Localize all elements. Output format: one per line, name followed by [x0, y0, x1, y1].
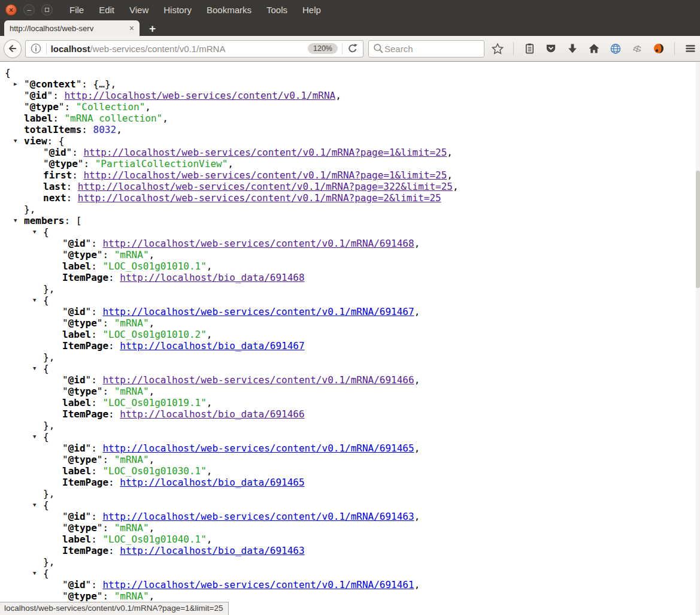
json-link[interactable]: http://localhost/web-services/content/v0…	[102, 511, 414, 522]
json-line: "@type": "Collection",	[0, 101, 700, 113]
home-button[interactable]	[588, 43, 600, 54]
site-info-icon[interactable]	[30, 43, 42, 54]
menu-history[interactable]: History	[163, 5, 192, 15]
json-link[interactable]: http://localhost/web-services/content/v0…	[83, 169, 447, 181]
json-link[interactable]: http://localhost/web-services/content/v0…	[83, 147, 447, 158]
menu-bookmarks[interactable]: Bookmarks	[207, 5, 251, 15]
json-token: ,	[111, 78, 117, 90]
json-link[interactable]: http://localhost/web-services/content/v0…	[78, 192, 441, 204]
globe-addon-button[interactable]	[610, 43, 622, 54]
json-token: ,	[228, 158, 234, 169]
menu-view[interactable]: View	[129, 5, 149, 15]
reload-icon[interactable]	[347, 43, 359, 54]
json-line: },	[0, 488, 700, 499]
json-link[interactable]: http://localhost/web-services/content/v0…	[102, 374, 414, 386]
json-token: @type	[68, 317, 97, 329]
window-maximize-button[interactable]	[41, 4, 53, 16]
expand-toggle-icon[interactable]: ▶	[14, 78, 17, 90]
json-token: },	[43, 420, 54, 431]
url-text[interactable]: localhost/web-services/content/v0.1/mRNA	[51, 44, 308, 54]
json-line: {	[0, 67, 700, 78]
url-bar[interactable]: localhost/web-services/content/v0.1/mRNA…	[25, 40, 363, 57]
json-line: },	[0, 352, 700, 363]
json-link[interactable]: http://localhost/web-services/content/v0…	[102, 443, 414, 454]
collapse-toggle-icon[interactable]: ▼	[33, 363, 36, 374]
json-token: @id	[68, 579, 86, 590]
scrollbar-thumb[interactable]	[696, 171, 700, 288]
json-link[interactable]: http://localhost/web-services/content/v0…	[64, 90, 335, 101]
json-token: "	[62, 522, 68, 534]
collapse-toggle-icon[interactable]: ▼	[33, 431, 36, 443]
json-link[interactable]: http://localhost/bio_data/691463	[120, 545, 304, 556]
json-line: "@id": http://localhost/web-services/con…	[0, 90, 700, 101]
collapse-toggle-icon[interactable]: ▼	[33, 568, 36, 579]
json-line: "@type": "mRNA",	[0, 454, 700, 465]
window-minimize-button[interactable]: –	[23, 4, 35, 16]
json-token: },	[43, 283, 54, 295]
titlebar: × – File Edit View History Bookmarks Too…	[0, 0, 700, 20]
json-token: {	[43, 226, 49, 238]
collapse-toggle-icon[interactable]: ▼	[14, 135, 17, 147]
zoom-level-badge[interactable]: 120%	[308, 43, 338, 54]
json-token: :	[108, 477, 120, 488]
json-link[interactable]: http://localhost/bio_data/691465	[120, 477, 304, 488]
json-line: ▼{	[0, 226, 700, 238]
tab-close-icon[interactable]: ×	[129, 23, 134, 33]
tab-active[interactable]: http://localhost/web-serv ×	[4, 20, 140, 36]
collapse-toggle-icon[interactable]: ▼	[33, 295, 36, 306]
json-token: ":	[86, 306, 103, 317]
back-button[interactable]	[4, 40, 22, 58]
json-line: "@type": "mRNA",	[0, 249, 700, 260]
json-token: :	[81, 124, 93, 135]
menu-help[interactable]: Help	[302, 5, 321, 15]
json-token: members	[24, 215, 64, 226]
json-token: "LOC_Os01g01010.2"	[102, 329, 206, 340]
window-close-button[interactable]: ×	[5, 4, 17, 16]
menu-tools[interactable]: Tools	[266, 5, 287, 15]
json-token: :	[91, 534, 102, 545]
json-token: ,	[149, 454, 155, 465]
bookmark-star-button[interactable]	[492, 43, 504, 54]
json-token: :	[91, 260, 102, 272]
json-line: "@type": "mRNA",	[0, 522, 700, 534]
json-token: ":	[97, 454, 114, 465]
json-token: : {	[47, 135, 65, 147]
menu-edit[interactable]: Edit	[99, 5, 114, 15]
tab-title: http://localhost/web-serv	[10, 24, 127, 33]
collapse-toggle-icon[interactable]: ▼	[33, 226, 36, 238]
collapse-toggle-icon[interactable]: ▼	[33, 499, 36, 511]
json-link[interactable]: http://localhost/bio_data/691466	[120, 408, 304, 420]
clipboard-list-button[interactable]	[523, 43, 535, 54]
scrollbar-track[interactable]	[696, 62, 700, 615]
urlbar-divider	[342, 43, 343, 54]
json-token: {	[43, 499, 49, 511]
pocket-button[interactable]	[545, 43, 557, 54]
json-link[interactable]: http://localhost/bio_data/691467	[120, 340, 304, 352]
json-token: :	[53, 113, 64, 124]
json-line: ▼{	[0, 568, 700, 579]
json-token: @type	[30, 101, 59, 113]
json-link[interactable]: http://localhost/bio_data/691468	[120, 272, 304, 283]
json-line: label: "LOC_Os01g01040.1",	[0, 534, 700, 545]
menu-button[interactable]	[684, 43, 696, 54]
addon-orange-button[interactable]	[653, 43, 665, 54]
hamburger-icon	[684, 43, 696, 54]
json-token: ,	[207, 465, 213, 477]
json-link[interactable]: http://localhost/web-services/content/v0…	[102, 579, 414, 590]
json-link[interactable]: http://localhost/web-services/content/v0…	[102, 238, 414, 249]
addon-sketch-button[interactable]	[631, 43, 643, 54]
json-token: ,	[414, 511, 420, 522]
json-line: ▼{	[0, 363, 700, 374]
url-path: /web-services/content/v0.1/mRNA	[90, 44, 226, 54]
json-link[interactable]: http://localhost/web-services/content/v0…	[78, 181, 453, 192]
json-line: "@id": http://localhost/web-services/con…	[0, 579, 700, 590]
menu-file[interactable]: File	[69, 5, 84, 15]
collapse-toggle-icon[interactable]: ▼	[14, 215, 17, 226]
json-link[interactable]: http://localhost/web-services/content/v0…	[102, 306, 414, 317]
json-token: label	[62, 260, 91, 272]
json-token: ItemPage	[62, 340, 108, 352]
downloads-button[interactable]	[566, 43, 578, 54]
search-input[interactable]	[384, 44, 480, 54]
search-box[interactable]	[368, 40, 484, 57]
new-tab-button[interactable]: +	[149, 23, 156, 34]
